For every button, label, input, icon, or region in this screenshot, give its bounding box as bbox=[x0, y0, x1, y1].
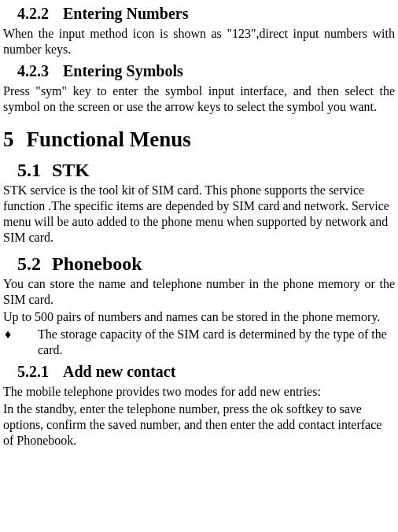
heading-5-1: 5.1STK bbox=[17, 160, 395, 181]
heading-5-2: 5.2Phonebook bbox=[17, 253, 395, 275]
heading-text: Functional Menus bbox=[27, 127, 191, 151]
paragraph: Press "sym" key to enter the symbol inpu… bbox=[3, 83, 395, 115]
paragraph: When the input method icon is shown as "… bbox=[3, 26, 395, 57]
paragraph: Up to 500 pairs of numbers and names can… bbox=[3, 309, 395, 325]
heading-number: 4.2.2 bbox=[17, 5, 49, 23]
paragraph: You can store the name and telephone num… bbox=[3, 276, 395, 308]
heading-number: 5.1 bbox=[17, 160, 41, 181]
heading-5-2-1: 5.2.1Add new contact bbox=[17, 363, 395, 381]
paragraph: The mobile telephone provides two modes … bbox=[3, 384, 395, 400]
bullet-text: The storage capacity of the SIM card is … bbox=[38, 327, 395, 358]
heading-text: STK bbox=[52, 160, 90, 180]
heading-4-2-3: 4.2.3Entering Symbols bbox=[17, 62, 395, 80]
heading-text: Phonebook bbox=[52, 253, 142, 274]
heading-number: 4.2.3 bbox=[17, 62, 49, 80]
heading-text: Add new contact bbox=[63, 363, 175, 380]
paragraph: STK service is the tool kit of SIM card.… bbox=[3, 183, 395, 246]
heading-number: 5 bbox=[3, 127, 14, 152]
heading-5: 5Functional Menus bbox=[3, 127, 395, 152]
heading-4-2-2: 4.2.2Entering Numbers bbox=[17, 5, 395, 23]
paragraph: In the standby, enter the telephone numb… bbox=[3, 401, 395, 449]
heading-text: Entering Symbols bbox=[63, 62, 183, 79]
heading-number: 5.2.1 bbox=[17, 363, 49, 381]
diamond-bullet-icon: ♦ bbox=[3, 327, 38, 358]
heading-text: Entering Numbers bbox=[63, 5, 188, 22]
bullet-item: ♦ The storage capacity of the SIM card i… bbox=[3, 327, 395, 358]
heading-number: 5.2 bbox=[17, 253, 41, 275]
